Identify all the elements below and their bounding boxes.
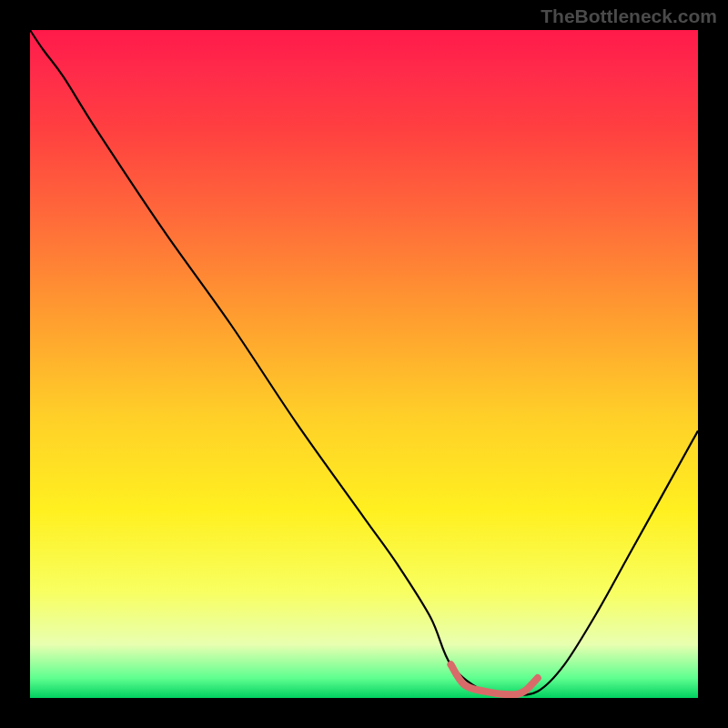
bottleneck-curve: [30, 30, 698, 695]
chart-svg: [30, 30, 698, 698]
highlight-segment: [450, 664, 537, 694]
plot-area: [30, 30, 698, 698]
watermark-text: TheBottleneck.com: [541, 5, 717, 27]
